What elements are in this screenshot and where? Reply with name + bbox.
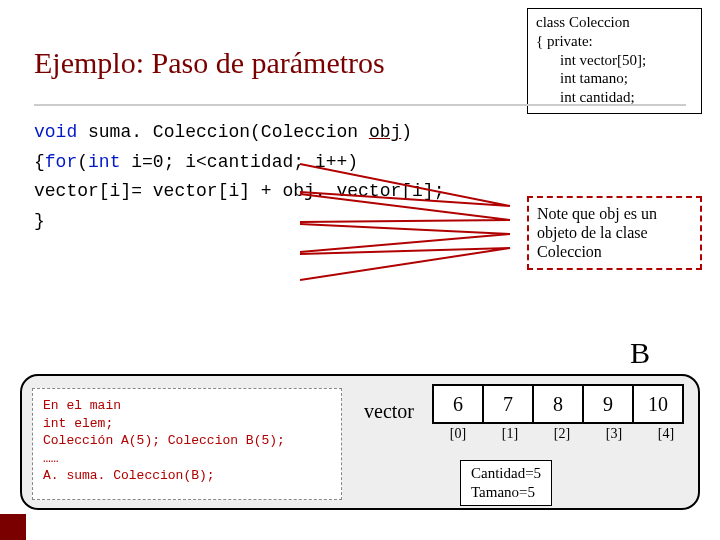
vector-index: [3] [588, 426, 640, 442]
slide-title: Ejemplo: Paso de parámetros [34, 46, 385, 80]
keyword-void: void [34, 122, 77, 142]
object-panel: En el main int elem; Colección A(5); Col… [20, 374, 700, 510]
code-text: i=0; i<cantidad; i++) [120, 152, 358, 172]
vector-indices: [0] [1] [2] [3] [4] [432, 426, 692, 442]
main-code-box: En el main int elem; Colección A(5); Col… [32, 388, 342, 500]
code-text: suma. Coleccion(Coleccion [77, 122, 369, 142]
vector-index: [1] [484, 426, 536, 442]
class-line: class Coleccion [536, 13, 693, 32]
vector-cell: 9 [583, 385, 633, 423]
param-obj: obj [369, 122, 401, 142]
tamano-line: Tamano=5 [471, 483, 541, 502]
keyword-for: for [45, 152, 77, 172]
vector-label: vector [364, 400, 414, 423]
corner-accent [0, 514, 26, 540]
class-line: int tamano; [536, 69, 693, 88]
class-line: { private: [536, 32, 693, 51]
code-line: vector[i]= vector[i] + obj. vector[i]; [34, 177, 444, 207]
vector-table: 6 7 8 9 10 [432, 384, 684, 424]
class-definition-box: class Coleccion { private: int vector[50… [527, 8, 702, 114]
title-underline [34, 104, 686, 106]
keyword-int: int [88, 152, 120, 172]
code-text: ) [401, 122, 412, 142]
vector-index: [2] [536, 426, 588, 442]
code-text: ( [77, 152, 88, 172]
code-line: } [34, 207, 444, 237]
vector-cell: 8 [533, 385, 583, 423]
code-line: {for(int i=0; i<cantidad; i++) [34, 148, 444, 178]
class-line: int vector[50]; [536, 51, 693, 70]
code-text: { [34, 152, 45, 172]
cantidad-line: Cantidad=5 [471, 464, 541, 483]
vector-cell: 10 [633, 385, 683, 423]
note-box: Note que obj es un objeto de la clase Co… [527, 196, 702, 270]
vector-cell: 7 [483, 385, 533, 423]
vector-cell: 6 [433, 385, 483, 423]
label-b: B [630, 336, 650, 370]
code-line: void suma. Coleccion(Coleccion obj) [34, 118, 444, 148]
vector-index: [4] [640, 426, 692, 442]
vector-index: [0] [432, 426, 484, 442]
code-block: void suma. Coleccion(Coleccion obj) {for… [34, 118, 444, 237]
cantidad-tamano-box: Cantidad=5 Tamano=5 [460, 460, 552, 506]
